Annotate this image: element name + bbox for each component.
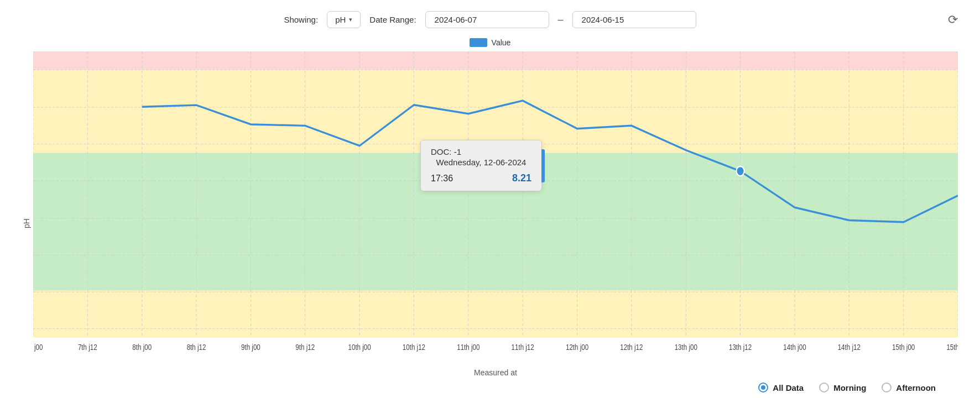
x-tick-14: 14th j00 xyxy=(783,343,806,352)
x-tick-2: 8th j00 xyxy=(132,343,152,352)
x-tick-13: 13th j12 xyxy=(729,343,752,352)
chart-legend: Value xyxy=(470,38,511,47)
filter-morning-label: Morning xyxy=(833,383,866,392)
x-tick-6: 10th j00 xyxy=(348,343,371,352)
zone-green xyxy=(33,153,958,291)
x-tick-5: 9th j12 xyxy=(295,343,315,352)
filter-all-data[interactable]: All Data xyxy=(758,383,804,392)
x-tick-1: 7th j12 xyxy=(78,343,97,352)
filter-row: All Data Morning Afternoon xyxy=(22,383,958,392)
legend-label-value: Value xyxy=(492,38,511,47)
metric-value: pH xyxy=(335,15,346,24)
x-tick-4: 9th j00 xyxy=(241,343,260,352)
metric-dropdown[interactable]: pH ▾ xyxy=(327,11,361,28)
refresh-button[interactable]: ⟳ xyxy=(948,13,958,27)
date-start-input[interactable] xyxy=(425,11,549,28)
chart-svg-container: 8.8 8.6 8.4 8.2 8.0 7.8 7.6 7.4 7th j00 … xyxy=(33,51,958,365)
zone-red xyxy=(33,51,958,70)
date-end-input[interactable] xyxy=(572,11,696,28)
filter-afternoon[interactable]: Afternoon xyxy=(882,383,936,392)
refresh-icon: ⟳ xyxy=(948,13,958,27)
x-tick-11: 12th j12 xyxy=(620,343,643,352)
x-tick-16: 15th j00 xyxy=(892,343,915,352)
y-axis-label: pH xyxy=(22,51,31,379)
filter-all-data-label: All Data xyxy=(773,383,804,392)
x-tick-15: 14th j12 xyxy=(838,343,861,352)
zone-yellow-top xyxy=(33,70,958,153)
x-tick-9: 11th j12 xyxy=(512,343,534,352)
x-tick-17: 15th j12 xyxy=(946,343,958,352)
x-tick-10: 12th j00 xyxy=(566,343,588,352)
legend-color-value xyxy=(470,38,487,47)
tooltip-dot[interactable] xyxy=(737,166,744,176)
x-tick-12: 13th j00 xyxy=(675,343,697,352)
chart-inner: 8.8 8.6 8.4 8.2 8.0 7.8 7.6 7.4 7th j00 … xyxy=(33,51,958,379)
showing-label: Showing: xyxy=(284,15,318,24)
date-separator: – xyxy=(558,14,564,25)
filter-afternoon-label: Afternoon xyxy=(896,383,936,392)
x-axis-label: Measured at xyxy=(33,368,958,379)
chart-wrapper: pH xyxy=(22,51,958,379)
radio-afternoon-circle xyxy=(882,383,892,392)
radio-morning-circle xyxy=(819,383,829,392)
controls-bar: Showing: pH ▾ Date Range: – ⟳ xyxy=(22,11,958,28)
x-tick-3: 8th j12 xyxy=(187,343,206,352)
filter-morning[interactable]: Morning xyxy=(819,383,866,392)
x-tick-0: 7th j00 xyxy=(33,343,43,352)
x-tick-8: 11th j00 xyxy=(457,343,479,352)
x-tick-7: 10th j12 xyxy=(403,343,425,352)
zone-yellow-bottom xyxy=(33,291,958,338)
date-range-label: Date Range: xyxy=(369,15,416,24)
dropdown-arrow-icon: ▾ xyxy=(349,16,352,23)
radio-all-data-circle xyxy=(758,383,768,392)
